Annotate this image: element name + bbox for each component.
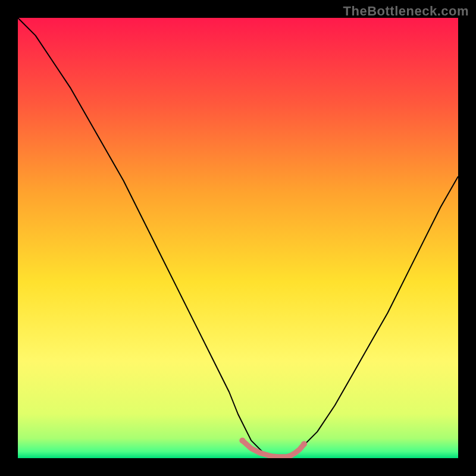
chart-frame: TheBottleneck.com [0, 0, 476, 476]
plot-svg [18, 18, 458, 458]
optimal-marker-dot [301, 441, 307, 447]
plot-area [18, 18, 458, 458]
watermark-text: TheBottleneck.com [343, 4, 469, 19]
optimal-marker-dot [239, 437, 245, 443]
gradient-background [18, 18, 458, 458]
